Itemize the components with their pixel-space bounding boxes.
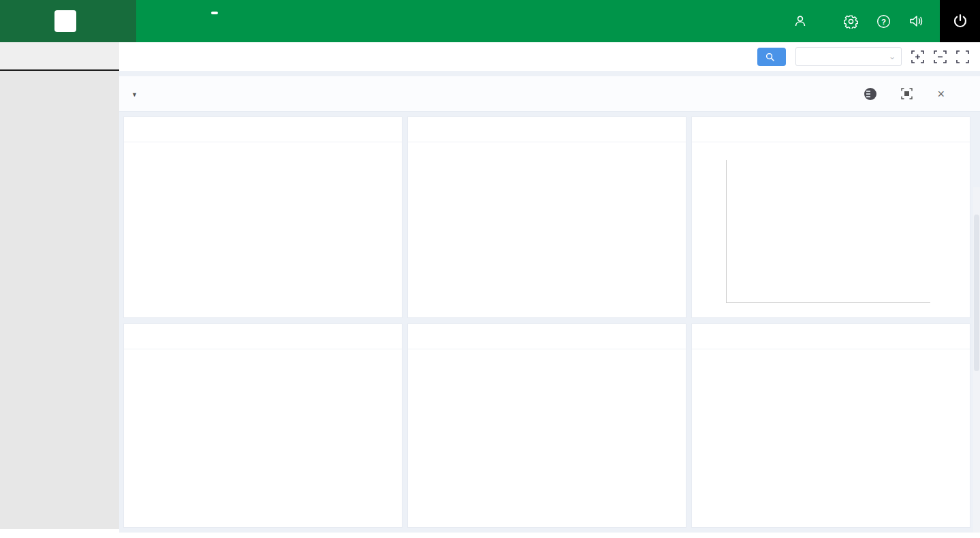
- card-customer-structure: [407, 116, 686, 318]
- help-icon[interactable]: ?: [876, 14, 891, 29]
- donut-center-label: [490, 175, 605, 291]
- search-input[interactable]: [802, 52, 889, 62]
- logout-power-button[interactable]: [940, 0, 980, 42]
- product-badge: [211, 12, 218, 14]
- card-customer-value-top10: [407, 323, 686, 528]
- zoom-out-frame-icon[interactable]: [934, 50, 947, 63]
- donut-chart[interactable]: [490, 175, 605, 291]
- scrollbar-track[interactable]: [973, 187, 980, 538]
- app-logo[interactable]: [0, 0, 136, 42]
- board-close-icon[interactable]: ×: [937, 88, 945, 100]
- bottom-strip: [0, 533, 980, 538]
- sidebar-menu: [0, 71, 119, 529]
- app-window: ? ⌄: [0, 0, 980, 538]
- fullscreen-frame-icon[interactable]: [956, 50, 969, 63]
- settings-gear-icon[interactable]: [843, 14, 858, 29]
- secondary-navbar: ⌄: [0, 42, 980, 71]
- user-icon[interactable]: [793, 14, 808, 29]
- microservice-button[interactable]: [757, 48, 786, 66]
- top-header: ?: [0, 0, 980, 42]
- dashboard-header: ▼ ×: [119, 76, 980, 112]
- card-today-activity: [123, 116, 402, 318]
- account-selector[interactable]: ▼: [131, 89, 138, 99]
- main-content: ▼ ×: [119, 71, 980, 533]
- card-sales-opportunity: [123, 323, 402, 528]
- card-customer-followup: [691, 116, 970, 318]
- theme-toggle-icon[interactable]: [864, 88, 876, 100]
- search-chevron-down-icon[interactable]: ⌄: [889, 52, 896, 61]
- svg-text:?: ?: [881, 17, 886, 25]
- zoom-in-frame-icon[interactable]: [911, 50, 924, 63]
- caret-down-icon: ▼: [131, 91, 138, 98]
- search-box[interactable]: ⌄: [795, 47, 902, 66]
- followup-chart: [692, 142, 970, 317]
- card-customer-warning: [691, 323, 970, 528]
- board-fullscreen-icon[interactable]: [901, 88, 913, 99]
- speaker-icon[interactable]: [908, 14, 923, 29]
- logo-badge: [54, 10, 76, 32]
- tab-inventory-module[interactable]: [0, 42, 119, 71]
- scrollbar-thumb[interactable]: [974, 215, 979, 371]
